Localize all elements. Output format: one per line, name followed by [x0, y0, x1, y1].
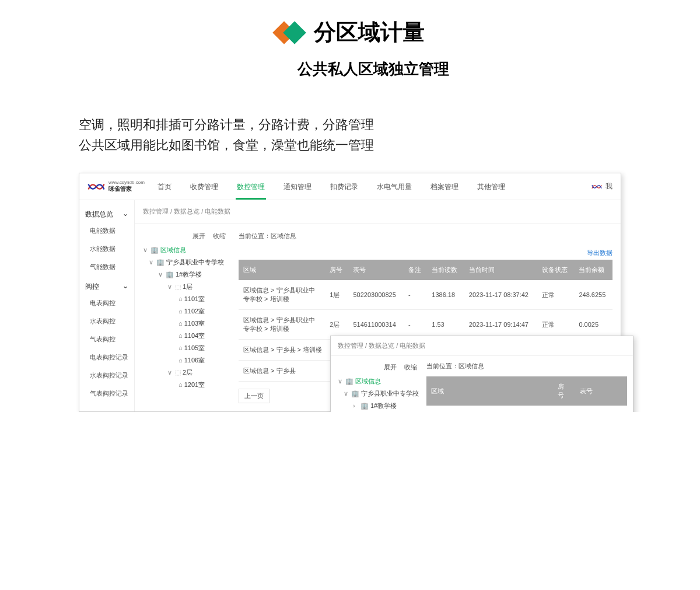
breadcrumb: 数控管理 / 数据总览 / 电能数据 — [135, 200, 621, 224]
sidebar-item-gv[interactable]: 气表阀控 — [79, 330, 134, 348]
status-badge: 正常 — [537, 280, 575, 310]
th-balance: 当前余额 — [574, 260, 612, 280]
nav-tabs: 首页 收费管理 数控管理 通知管理 扣费记录 水电气用量 档案管理 其他管理 — [156, 174, 506, 200]
tree-node[interactable]: ›🏢1#教学楼 — [333, 400, 422, 412]
user-label[interactable]: 我 — [606, 181, 612, 191]
th-room: 房号 — [325, 260, 348, 280]
th-room: 房号 — [553, 376, 575, 406]
th-zone: 区域 — [426, 376, 553, 406]
tree-root[interactable]: ∨🏢区域信息 — [333, 375, 422, 387]
header-logo-icon — [276, 21, 305, 44]
overlay-window: 数控管理 / 数据总览 / 电能数据 展开 收缩 ∨🏢区域信息 ∨🏢宁乡县职业中… — [330, 336, 634, 412]
floor-icon: ⬚ — [175, 283, 181, 290]
table-row[interactable]: 区域信息 > 宁乡县职业中专学校 > 培训楼 1层 502203000825 -… — [239, 280, 612, 310]
home-icon: ⌂ — [178, 344, 183, 351]
tab-usage[interactable]: 水电气用量 — [376, 174, 413, 200]
tab-deduct[interactable]: 扣费记录 — [329, 174, 359, 200]
chevron-down-icon: ⌄ — [123, 210, 128, 219]
sidebar-group-valve[interactable]: 阀控⌄ — [79, 276, 134, 294]
tab-archive[interactable]: 档案管理 — [429, 174, 460, 200]
building-icon: 🏢 — [360, 402, 369, 409]
sidebar-item-electric[interactable]: 电能数据 — [79, 222, 134, 240]
tree-room[interactable]: ⌂1101室 — [138, 293, 230, 305]
tree-school[interactable]: ∨🏢宁乡县职业中专学校 — [138, 256, 230, 268]
home-icon: ⌂ — [178, 320, 183, 327]
tree-room[interactable]: ⌂1104室 — [138, 330, 230, 342]
export-button[interactable]: 导出数据 — [587, 249, 612, 256]
tree-room[interactable]: ⌂1102室 — [138, 305, 230, 317]
collapse-button[interactable]: 收缩 — [213, 232, 226, 239]
sidebar-item-evr[interactable]: 电表阀控记录 — [79, 348, 134, 366]
tree-school[interactable]: ∨🏢宁乡县职业中专学校 — [333, 387, 422, 400]
home-icon: ⌂ — [178, 357, 183, 364]
expand-button[interactable]: 展开 — [384, 364, 397, 371]
tree-f1[interactable]: ∨⬚1层 — [138, 281, 230, 293]
building-icon: 🏢 — [156, 259, 164, 266]
home-icon: ⌂ — [178, 295, 183, 302]
collapse-button[interactable]: 收缩 — [404, 364, 417, 371]
breadcrumb: 数控管理 / 数据总览 / 电能数据 — [331, 336, 633, 356]
tree-room[interactable]: ⌂1105室 — [138, 342, 230, 354]
table-row[interactable]: 区域信息 > 宁乡县职业中专学校 > 培训楼1层502203000825 — [426, 406, 627, 412]
sidebar-item-ev[interactable]: 电表阀控 — [79, 294, 134, 312]
logo-url: www.csyndb.com — [108, 180, 145, 185]
tree-room[interactable]: ⌂1106室 — [138, 354, 230, 366]
prev-button[interactable]: 上一页 — [239, 389, 270, 403]
description-line-1: 空调，照明和排插可分路计量，分路计费，分路管理 — [79, 114, 700, 135]
building-icon: 🏢 — [351, 390, 359, 397]
page-title: 分区域计量 — [314, 18, 425, 47]
sidebar-item-wv[interactable]: 水表阀控 — [79, 312, 134, 330]
description-line-2: 公共区域用能比如图书馆，食堂，澡堂也能统一管理 — [79, 135, 700, 155]
building-icon: 🏢 — [345, 378, 354, 385]
sidebar-item-gas[interactable]: 气能数据 — [79, 258, 134, 276]
sidebar-item-water[interactable]: 水能数据 — [79, 240, 134, 258]
th-meter: 表号 — [348, 260, 404, 280]
topbar: www.csyndb.com咪雀管家 首页 收费管理 数控管理 通知管理 扣费记… — [79, 173, 621, 200]
building-icon: 🏢 — [150, 246, 159, 253]
tab-control[interactable]: 数控管理 — [236, 174, 266, 200]
app-logo[interactable]: www.csyndb.com咪雀管家 — [88, 180, 145, 193]
th-zone: 区域 — [239, 260, 325, 280]
table-row[interactable]: 区域信息 > 宁乡县职业中专学校 > 培训楼 2层 514611000314 -… — [239, 310, 612, 340]
sidebar-item-wvr[interactable]: 水表阀控记录 — [79, 366, 134, 385]
tree-room[interactable]: ⌂1201室 — [138, 379, 230, 391]
tab-notice[interactable]: 通知管理 — [282, 174, 313, 200]
sidebar-item-gvr[interactable]: 气表阀控记录 — [79, 385, 134, 403]
tab-home[interactable]: 首页 — [156, 174, 173, 200]
tree-f2[interactable]: ∨⬚2层 — [138, 366, 230, 379]
tab-other[interactable]: 其他管理 — [476, 174, 506, 200]
tree-b1[interactable]: ∨🏢1#教学楼 — [138, 268, 230, 281]
home-icon: ⌂ — [178, 308, 183, 315]
tree-root[interactable]: ∨🏢区域信息 — [138, 244, 230, 256]
page-subtitle: 公共私人区域独立管理 — [47, 59, 700, 79]
th-note: 备注 — [404, 260, 427, 280]
app-window: www.csyndb.com咪雀管家 首页 收费管理 数控管理 通知管理 扣费记… — [79, 173, 621, 412]
position-row: 当前位置：区域信息 — [239, 229, 612, 246]
th-read: 当前读数 — [427, 260, 464, 280]
logo-icon — [88, 180, 105, 193]
th-meter: 表号 — [575, 376, 627, 406]
sidebar-group-overview[interactable]: 数据总览⌄ — [79, 204, 134, 222]
logo-name: 咪雀管家 — [108, 186, 132, 192]
building-icon: 🏢 — [166, 271, 174, 278]
home-icon: ⌂ — [178, 332, 183, 339]
position-row: 当前位置：区域信息 — [426, 359, 627, 376]
th-time: 当前时间 — [464, 260, 537, 280]
expand-button[interactable]: 展开 — [192, 232, 205, 239]
tree-room[interactable]: ⌂1103室 — [138, 317, 230, 330]
th-status: 设备状态 — [537, 260, 575, 280]
home-icon: ⌂ — [178, 381, 183, 388]
overlay-table: 区域 房号 表号 区域信息 > 宁乡县职业中专学校 > 培训楼1层5022030… — [426, 376, 627, 412]
status-badge: 正常 — [537, 310, 575, 340]
user-icon — [592, 181, 602, 192]
tab-fee[interactable]: 收费管理 — [189, 174, 219, 200]
sidebar: 数据总览⌄ 电能数据 水能数据 气能数据 阀控⌄ 电表阀控 水表阀控 气表阀控 … — [79, 200, 135, 411]
tree-panel: 展开 收缩 ∨🏢区域信息 ∨🏢宁乡县职业中专学校 ∨🏢1#教学楼 ∨⬚1层 ⌂1… — [135, 224, 234, 411]
chevron-down-icon: ⌄ — [123, 282, 128, 292]
floor-icon: ⬚ — [175, 369, 181, 376]
